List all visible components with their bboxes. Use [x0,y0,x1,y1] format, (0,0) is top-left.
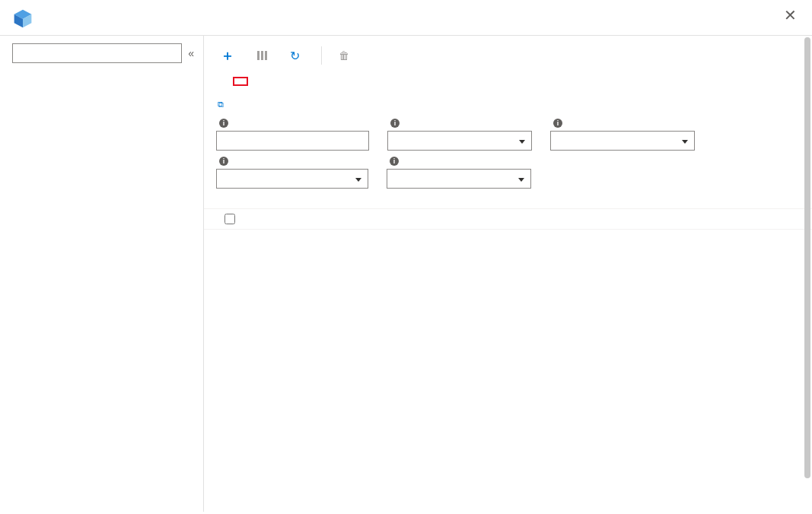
info-icon[interactable]: i [553,119,562,128]
cube-icon [12,8,33,29]
collapse-sidebar-button[interactable]: « [186,46,196,61]
tab-check-access[interactable] [216,77,219,86]
search-input[interactable] [12,43,182,63]
filter-name-input[interactable] [216,131,369,151]
filter-type-select[interactable] [387,131,532,151]
info-icon[interactable]: i [219,119,228,128]
description-text: ⧉ [204,87,798,119]
remove-button[interactable]: 🗑 [333,46,360,65]
scrollbar-thumb[interactable] [804,37,810,478]
tab-deny-assignments[interactable] [262,77,265,86]
toolbar-separator [321,46,322,65]
filter-group-select[interactable] [387,169,531,189]
tab-roles[interactable] [279,77,282,86]
external-link-icon: ⧉ [218,100,224,109]
refresh-button[interactable]: ↻ [284,46,310,66]
close-button[interactable]: ✕ [781,6,800,24]
scrollbar[interactable] [804,37,810,512]
trash-icon: 🗑 [339,49,349,62]
tab-role-assignments[interactable] [233,77,248,86]
sidebar: 🔍 « [0,36,204,512]
info-icon[interactable]: i [390,119,400,128]
filter-role-select[interactable] [550,131,695,151]
info-icon[interactable]: i [390,157,399,166]
columns-icon [257,51,267,60]
refresh-icon: ↻ [290,49,300,63]
table-header [204,208,812,230]
main-content: ＋ ↻ 🗑 ⧉ [204,36,812,512]
plus-icon: ＋ [221,46,234,65]
edit-columns-button[interactable] [251,48,278,63]
add-role-assignment-button[interactable]: ＋ [215,43,245,68]
item-count [204,195,812,208]
info-icon[interactable]: i [219,157,228,166]
filter-scope-select[interactable] [216,169,368,189]
select-all-checkbox[interactable] [224,214,235,224]
